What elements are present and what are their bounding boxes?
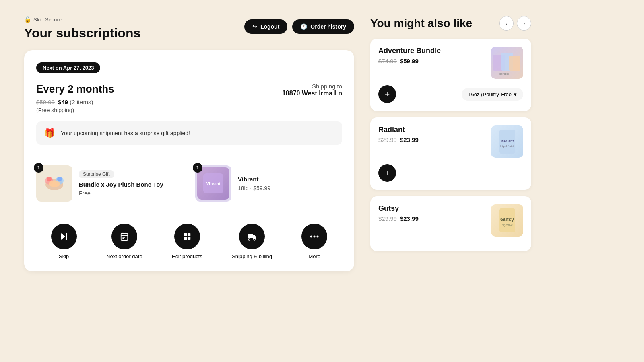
skip-circle	[51, 224, 77, 249]
products-row: 1 Surprise Gift Bundle x Joy Plush Bone …	[36, 161, 342, 206]
svg-rect-17	[184, 233, 187, 236]
svg-text:Radiant: Radiant	[500, 139, 514, 143]
rec-card-inner-2: Radiant $29.99 $23.99 Radiant Hip & Join…	[378, 125, 523, 158]
rec-card-radiant: Radiant $29.99 $23.99 Radiant Hip & Join…	[370, 117, 531, 190]
svg-rect-18	[188, 233, 190, 236]
shipping-to: Shipping to 10870 West Irma Ln	[282, 83, 342, 97]
free-shipping: (Free shipping)	[36, 107, 114, 113]
action-skip[interactable]: Skip	[51, 224, 77, 259]
next-order-date-label: Next order date	[106, 253, 142, 259]
actions-row: Skip Next	[36, 214, 342, 259]
rec-card-actions-2: +	[378, 164, 523, 182]
header-buttons: ↪ Logout 🕐 Order history	[244, 19, 354, 34]
rec-card-inner-1: Adventure Bundle $74.99 $59.99 Bundles	[378, 47, 523, 79]
add-button-2[interactable]: +	[378, 164, 396, 182]
calendar-circle	[111, 224, 137, 249]
variant-chevron-icon: ▾	[514, 91, 517, 97]
product-details-2: 18lb · $59.99	[238, 185, 270, 191]
product-badge-1: 1	[34, 163, 43, 173]
edit-products-label: Edit products	[172, 253, 202, 259]
rec-original-price-1: $74.99	[378, 58, 397, 64]
rec-product-name-1: Adventure Bundle	[378, 47, 441, 55]
right-panel: You might also like ‹ › Adventure Bundle…	[370, 16, 531, 272]
rec-sale-price-2: $23.99	[400, 136, 419, 143]
radiant-svg: Radiant Hip & Joint	[491, 125, 523, 158]
divider-1	[36, 153, 342, 153]
rec-product-name-3: Gutsy	[378, 204, 419, 213]
next-date-badge: Next on Apr 27, 2023	[36, 62, 100, 73]
rec-product-image-2: Radiant Hip & Joint	[491, 125, 523, 158]
brand-secure-label: Skio Secured	[33, 16, 64, 23]
action-shipping-billing[interactable]: Shipping & billing	[232, 224, 272, 259]
vibrant-svg: Vibrant	[199, 169, 227, 197]
product-item-2: Vibrant 1 Vibrant 18lb · $59.99	[195, 165, 342, 202]
rec-product-prices-2: $29.99 $23.99	[378, 136, 419, 143]
more-circle	[301, 224, 327, 249]
shipping-address: 10870 West Irma Ln	[282, 90, 342, 97]
rec-product-image-3: Gutsy digestive	[491, 204, 523, 237]
svg-point-26	[317, 236, 319, 238]
page-title-group: 🔒 Skio Secured Your subscriptions	[24, 16, 140, 41]
rec-card-adventure-bundle: Adventure Bundle $74.99 $59.99 Bundles	[370, 39, 531, 111]
product-name-2: Vibrant	[238, 175, 270, 183]
toy-svg	[40, 169, 68, 197]
current-price: $49	[58, 99, 68, 105]
product-info-1: Surprise Gift Bundle x Joy Plush Bone To…	[79, 170, 163, 197]
logout-button[interactable]: ↪ Logout	[244, 19, 287, 34]
svg-rect-9	[66, 233, 67, 240]
svg-point-25	[314, 236, 316, 238]
more-icon	[310, 235, 319, 238]
gift-banner: 🎁 Your upcoming shipment has a surprise …	[36, 121, 342, 145]
surprise-gift-tag: Surprise Gift	[79, 170, 114, 178]
svg-rect-29	[509, 56, 520, 71]
items-count: (2 items)	[70, 99, 93, 105]
svg-point-22	[248, 239, 250, 240]
prev-arrow-button[interactable]: ‹	[499, 16, 514, 31]
order-history-icon: 🕐	[300, 23, 307, 30]
svg-marker-8	[61, 233, 65, 240]
product-image-wrap-1: 1	[36, 165, 72, 202]
product-item-1: 1 Surprise Gift Bundle x Joy Plush Bone …	[36, 165, 183, 202]
adventure-svg: Bundles	[491, 47, 523, 79]
svg-rect-20	[188, 237, 190, 240]
truck-circle	[239, 224, 265, 249]
logout-label: Logout	[260, 23, 279, 30]
action-edit-products[interactable]: Edit products	[172, 224, 202, 259]
shipping-to-label: Shipping to	[282, 83, 342, 90]
action-more[interactable]: More	[301, 224, 327, 259]
page-title: Your subscriptions	[24, 26, 140, 41]
svg-text:Bundles: Bundles	[499, 72, 510, 75]
variant-select-1[interactable]: 16oz (Poultry-Free ▾	[462, 88, 523, 101]
gift-icon: 🎁	[44, 128, 55, 138]
add-button-1[interactable]: +	[378, 85, 396, 103]
svg-point-4	[47, 177, 52, 181]
price-info: $59.99 $49 (2 items)	[36, 99, 114, 105]
vibrant-img: Vibrant	[197, 167, 229, 200]
order-history-button[interactable]: 🕐 Order history	[292, 19, 354, 34]
calendar-icon	[120, 232, 129, 241]
next-arrow-button[interactable]: ›	[517, 16, 531, 31]
svg-text:Gutsy: Gutsy	[500, 217, 514, 222]
original-price: $59.99	[36, 99, 55, 105]
svg-text:Hip & Joint: Hip & Joint	[500, 145, 514, 148]
svg-point-3	[49, 181, 60, 187]
product-name-1: Bundle x Joy Plush Bone Toy	[79, 181, 163, 189]
svg-text:Vibrant: Vibrant	[206, 182, 221, 186]
skip-icon	[59, 232, 69, 241]
product-image-wrap-2: Vibrant 1	[195, 165, 231, 202]
svg-text:digestive: digestive	[502, 224, 513, 227]
svg-point-23	[254, 239, 255, 240]
brand-secure: 🔒 Skio Secured	[24, 16, 140, 23]
product-price-1: Free	[79, 190, 163, 197]
logout-icon: ↪	[252, 23, 257, 30]
rec-card-info-2: Radiant $29.99 $23.99	[378, 125, 419, 143]
skip-label: Skip	[59, 253, 69, 259]
radiant-img: Radiant Hip & Joint	[491, 125, 523, 158]
nav-arrows: ‹ ›	[499, 16, 531, 31]
rec-original-price-3: $29.99	[378, 215, 397, 222]
rec-product-image-1: Bundles	[491, 47, 523, 79]
rec-product-prices-1: $74.99 $59.99	[378, 58, 441, 64]
rec-sale-price-3: $23.99	[400, 215, 419, 222]
action-next-order-date[interactable]: Next order date	[106, 224, 142, 259]
more-label: More	[308, 253, 320, 259]
